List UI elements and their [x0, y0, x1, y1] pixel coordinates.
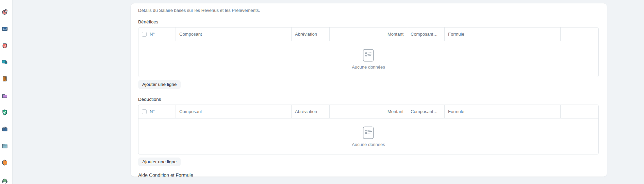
- column-header-statistical-component: Composant…: [407, 105, 445, 118]
- column-header-number: N°: [138, 105, 176, 118]
- column-header-formula: Formule: [445, 27, 561, 41]
- browser-window-icon[interactable]: [1, 142, 9, 150]
- condition-formula-help-toggle[interactable]: Aide Condition et Formule: [138, 172, 599, 177]
- no-data-text: Aucune données: [352, 65, 385, 70]
- add-row-button-deductions[interactable]: Ajouter une ligne: [138, 158, 181, 166]
- headset-icon[interactable]: [1, 177, 9, 184]
- briefcase-icon[interactable]: [1, 125, 9, 133]
- workspace-sidebar: [0, 0, 13, 184]
- benefits-empty-state: Aucune données: [138, 41, 598, 77]
- column-header-statistical-component: Composant…: [407, 27, 445, 41]
- select-all-checkbox[interactable]: [142, 109, 147, 114]
- quality-face-icon[interactable]: [1, 42, 9, 49]
- add-row-button-benefits[interactable]: Ajouter une ligne: [138, 80, 181, 89]
- column-header-number: N°: [138, 27, 176, 41]
- benefits-table: N° Composant Abréviation Montant Composa…: [138, 27, 599, 77]
- no-data-text: Aucune données: [352, 142, 385, 147]
- cash-register-icon[interactable]: [1, 25, 9, 32]
- no-data-icon: [363, 126, 374, 140]
- shield-check-icon[interactable]: [1, 109, 9, 116]
- column-header-spacer: [561, 27, 598, 41]
- deductions-section-title: Déductions: [138, 96, 599, 103]
- salary-details-card: Détails du Salaire basés sur les Revenus…: [131, 3, 607, 177]
- monitor-data-icon[interactable]: [1, 58, 9, 66]
- column-header-component: Composant: [176, 105, 292, 118]
- column-header-amount: Montant: [330, 27, 407, 41]
- benefits-table-header: N° Composant Abréviation Montant Composa…: [138, 27, 598, 41]
- column-header-formula: Formule: [445, 105, 561, 118]
- column-header-abbreviation: Abréviation: [292, 27, 330, 41]
- no-data-icon: [363, 49, 374, 62]
- column-header-spacer: [561, 105, 598, 118]
- deductions-empty-state: Aucune données: [138, 118, 598, 154]
- column-header-component: Composant: [176, 27, 292, 41]
- benefits-section-title: Bénéfices: [138, 19, 599, 25]
- column-header-abbreviation: Abréviation: [292, 105, 330, 118]
- building-icon[interactable]: [1, 75, 9, 82]
- deductions-table-header: N° Composant Abréviation Montant Composa…: [138, 105, 598, 118]
- salary-details-description: Détails du Salaire basés sur les Revenus…: [138, 7, 599, 14]
- folder-icon[interactable]: [1, 92, 9, 99]
- pie-chart-icon[interactable]: [1, 8, 9, 16]
- hexagon-icon[interactable]: [1, 159, 9, 166]
- deductions-table: N° Composant Abréviation Montant Composa…: [138, 105, 599, 154]
- column-header-amount: Montant: [330, 105, 407, 118]
- select-all-checkbox[interactable]: [142, 32, 147, 37]
